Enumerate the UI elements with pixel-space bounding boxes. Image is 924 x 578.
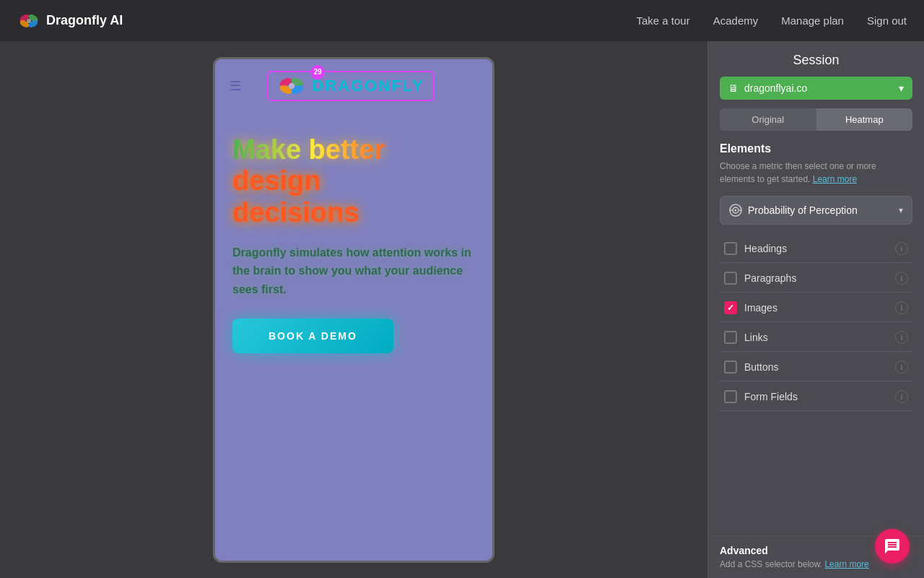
- academy-link[interactable]: Academy: [713, 14, 759, 27]
- chevron-down-icon: ▾: [899, 82, 904, 94]
- info-icon-form fields[interactable]: i: [895, 390, 908, 403]
- url-text: dragonflyai.co: [744, 82, 893, 94]
- element-name-form fields: Form Fields: [744, 391, 888, 402]
- dragonfly-logo-icon: [17, 9, 40, 33]
- svg-point-13: [735, 210, 737, 212]
- phone-nav: ☰ DRAGONFLY 29: [215, 59, 492, 113]
- element-item: Buttonsi: [720, 353, 912, 381]
- element-name-headings: Headings: [744, 243, 888, 254]
- svg-point-5: [27, 19, 31, 23]
- original-view-button[interactable]: Original: [720, 108, 816, 131]
- element-list: HeadingsiParagraphsiImagesiLinksiButtons…: [720, 235, 912, 411]
- session-url-bar[interactable]: 🖥 dragonflyai.co ▾: [720, 77, 912, 100]
- phone-frame: ☰ DRAGONFLY 29 M: [213, 57, 494, 563]
- heatmap-view-button[interactable]: Heatmap: [816, 108, 913, 131]
- phone-hero: Make better design decisions Dragonfly s…: [215, 113, 492, 366]
- elements-title: Elements: [720, 142, 912, 155]
- monitor-icon: 🖥: [728, 82, 738, 94]
- element-item: Paragraphsi: [720, 264, 912, 293]
- info-icon-headings[interactable]: i: [895, 242, 908, 255]
- info-icon-buttons[interactable]: i: [895, 361, 908, 374]
- main-content: ☰ DRAGONFLY 29 M: [0, 41, 924, 578]
- take-a-tour-link[interactable]: Take a tour: [636, 14, 689, 27]
- info-icon-links[interactable]: i: [895, 331, 908, 344]
- hero-title: Make better design decisions: [232, 134, 475, 229]
- manage-plan-link[interactable]: Manage plan: [781, 14, 844, 27]
- element-checkbox-buttons[interactable]: [724, 361, 737, 374]
- element-checkbox-paragraphs[interactable]: [724, 272, 737, 285]
- nav-links: Take a tour Academy Manage plan Sign out: [636, 14, 907, 27]
- element-checkbox-headings[interactable]: [724, 242, 737, 255]
- element-name-links: Links: [744, 332, 888, 343]
- element-checkbox-form fields[interactable]: [724, 390, 737, 403]
- element-name-images: Images: [744, 302, 888, 314]
- phone-logo-text: DRAGONFLY: [312, 77, 424, 95]
- logo-text: Dragonfly AI: [46, 13, 123, 28]
- hero-title-line3: decisions: [232, 197, 475, 229]
- phone-logo-svg: [277, 75, 306, 97]
- advanced-learn-more-link[interactable]: Learn more: [824, 559, 868, 569]
- badge-count: 29: [310, 65, 325, 79]
- element-checkbox-links[interactable]: [724, 331, 737, 344]
- element-name-paragraphs: Paragraphs: [744, 272, 888, 284]
- sign-out-link[interactable]: Sign out: [867, 14, 907, 27]
- header: Dragonfly AI Take a tour Academy Manage …: [0, 0, 924, 41]
- chat-button[interactable]: [875, 529, 910, 564]
- canvas-area: ☰ DRAGONFLY 29 M: [0, 41, 707, 578]
- info-icon-paragraphs[interactable]: i: [895, 272, 908, 285]
- chat-icon: [884, 538, 901, 555]
- advanced-desc-text: Add a CSS selector below.: [720, 559, 824, 569]
- elements-desc: Choose a metric then select one or more …: [720, 160, 912, 186]
- element-item: Imagesi: [720, 294, 912, 322]
- hero-title-line1: Make better: [232, 134, 475, 166]
- logo-area: Dragonfly AI: [17, 9, 123, 33]
- element-checkbox-images[interactable]: [724, 301, 737, 314]
- book-demo-button[interactable]: BOOK A DEMO: [232, 319, 393, 353]
- elements-section: Elements Choose a metric then select one…: [708, 142, 924, 535]
- session-header: Session: [708, 41, 924, 77]
- svg-point-10: [289, 83, 295, 89]
- element-item: Linksi: [720, 324, 912, 352]
- session-title: Session: [793, 53, 839, 67]
- phone-logo-container: DRAGONFLY: [267, 71, 434, 101]
- right-panel: Session 🖥 dragonflyai.co ▾ Original Heat…: [707, 41, 924, 578]
- hero-title-line2: design: [232, 165, 475, 197]
- element-item: Form Fieldsi: [720, 383, 912, 411]
- metric-chevron-icon: ▾: [899, 205, 903, 215]
- metric-dropdown[interactable]: Probability of Perception ▾: [720, 196, 912, 225]
- view-toggle: Original Heatmap: [720, 108, 912, 131]
- hamburger-icon[interactable]: ☰: [230, 78, 241, 94]
- hero-subtitle: Dragonfly simulates how attention works …: [232, 243, 475, 299]
- metric-label: Probability of Perception: [748, 204, 893, 216]
- metric-icon: [729, 204, 742, 217]
- element-item: Headingsi: [720, 235, 912, 263]
- elements-learn-more-link[interactable]: Learn more: [813, 174, 857, 184]
- element-name-buttons: Buttons: [744, 361, 888, 373]
- info-icon-images[interactable]: i: [895, 301, 908, 314]
